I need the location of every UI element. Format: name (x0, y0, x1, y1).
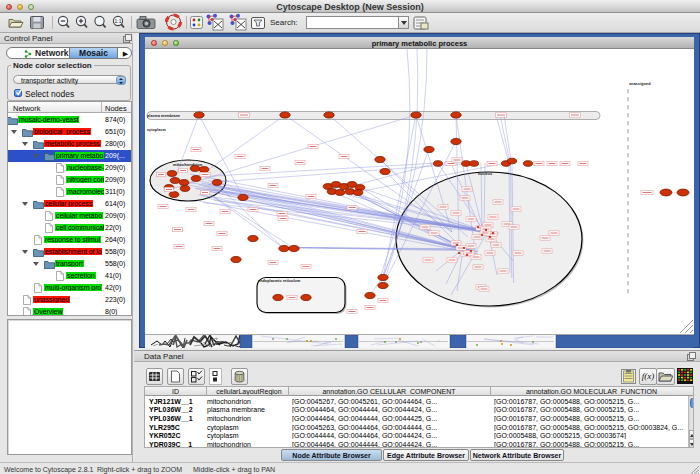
svg-text:endoplasmic reticulum: endoplasmic reticulum (258, 278, 301, 282)
svg-text:cytoplasm: cytoplasm (147, 128, 166, 132)
svg-text:nucleus: nucleus (478, 171, 492, 175)
svg-text:plasma membrane: plasma membrane (147, 113, 180, 117)
svg-text:unassigned: unassigned (629, 81, 651, 85)
svg-text:1:1: 1:1 (115, 18, 122, 24)
